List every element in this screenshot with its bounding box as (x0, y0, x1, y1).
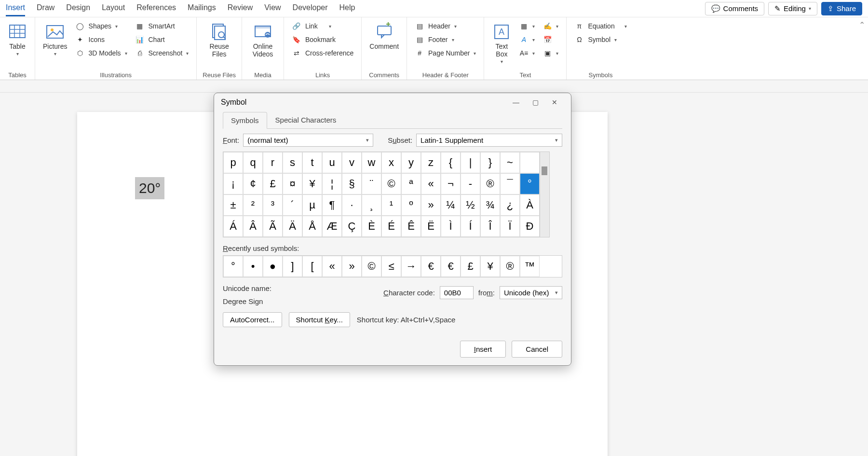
symbol-cell[interactable]: u (322, 152, 342, 173)
symbol-cell[interactable]: © (381, 173, 401, 194)
header-button[interactable]: ▤Header▾ (413, 20, 478, 32)
tab-mailings[interactable]: Mailings (188, 0, 216, 16)
equation-button[interactable]: πEquation ▾ (572, 20, 628, 32)
cancel-button[interactable]: Cancel (512, 341, 562, 358)
tab-review[interactable]: Review (228, 0, 253, 16)
object-button[interactable]: ▣▾ (541, 47, 560, 59)
symbol-button[interactable]: ΩSymbol▾ (572, 34, 628, 45)
symbol-cell[interactable]: · (342, 194, 362, 216)
table-button[interactable]: Table ▾ (6, 20, 29, 58)
comment-button[interactable]: Comment (367, 20, 401, 52)
recent-symbol-cell[interactable]: € (421, 256, 441, 277)
ruler[interactable] (0, 80, 868, 93)
symbol-cell[interactable]: º (401, 194, 421, 216)
link-button[interactable]: 🔗Link ▾ (290, 20, 355, 32)
editing-button[interactable]: ✎ Editing ▾ (768, 2, 817, 15)
sigline-button[interactable]: ✍▾ (541, 20, 560, 32)
symbol-cell[interactable]: s (283, 152, 302, 173)
symbol-cell[interactable]: ² (243, 194, 263, 216)
recent-symbol-cell[interactable]: [ (302, 256, 322, 277)
symbol-cell[interactable]: ¹ (381, 194, 401, 216)
insert-button[interactable]: Insert (460, 341, 506, 358)
recent-symbol-cell[interactable]: © (362, 256, 381, 277)
tab-references[interactable]: References (136, 0, 176, 16)
crossref-button[interactable]: ⇄Cross-reference (290, 47, 355, 59)
symbol-cell[interactable]: ± (223, 194, 243, 216)
symbol-cell[interactable]: µ (302, 194, 322, 216)
symbol-cell[interactable]: w (362, 152, 381, 173)
symbol-cell[interactable]: Â (243, 216, 263, 237)
pictures-button[interactable]: Pictures ▾ (41, 20, 69, 58)
pagenum-button[interactable]: #Page Number▾ (413, 47, 478, 59)
close-button[interactable]: ✕ (545, 98, 564, 106)
symbol-cell[interactable]: È (362, 216, 381, 237)
symbol-cell[interactable]: ¶ (322, 194, 342, 216)
recent-symbol-cell[interactable]: € (441, 256, 461, 277)
dialog-titlebar[interactable]: Symbol — ▢ ✕ (214, 93, 571, 111)
online-videos-button[interactable]: Online Videos (248, 20, 278, 60)
symbol-cell[interactable]: ª (401, 173, 421, 194)
symbol-cell[interactable]: ´ (283, 194, 302, 216)
symbol-cell[interactable]: ¯ (500, 173, 520, 194)
symbol-cell[interactable]: ° (520, 173, 540, 194)
symbol-cell[interactable]: ½ (461, 194, 480, 216)
grid-scrollbar[interactable] (540, 152, 550, 237)
ribbon-collapse-button[interactable]: ⌃ (856, 17, 868, 80)
recent-symbol-cell[interactable]: ≤ (381, 256, 401, 277)
symbol-cell[interactable]: § (342, 173, 362, 194)
subset-select[interactable]: Latin-1 Supplement ▾ (416, 134, 562, 147)
tab-draw[interactable]: Draw (37, 0, 54, 16)
symbol-cell[interactable]: q (243, 152, 263, 173)
recent-symbol-cell[interactable]: « (322, 256, 342, 277)
symbol-cell[interactable]: ¿ (500, 194, 520, 216)
footer-button[interactable]: ▤Footer▾ (413, 34, 478, 45)
recent-symbol-cell[interactable]: → (401, 256, 421, 277)
recent-symbol-cell[interactable]: » (342, 256, 362, 277)
reuse-files-button[interactable]: Reuse Files (205, 20, 233, 60)
dropcap-button[interactable]: A≡▾ (517, 47, 537, 59)
symbol-cell[interactable]: ¥ (302, 173, 322, 194)
symbol-cell[interactable]: Ä (283, 216, 302, 237)
shortcutkey-button[interactable]: Shortcut Key... (289, 312, 350, 327)
document-selection[interactable]: 20° (135, 177, 164, 199)
symbol-cell[interactable]: x (381, 152, 401, 173)
symbol-cell[interactable]: ¡ (223, 173, 243, 194)
symbol-cell[interactable]: } (480, 152, 500, 173)
tab-symbols[interactable]: Symbols (223, 112, 267, 129)
recent-symbol-cell[interactable]: ] (283, 256, 302, 277)
symbol-cell[interactable]: Í (461, 216, 480, 237)
recent-symbol-cell[interactable]: ¥ (480, 256, 500, 277)
tab-special-characters[interactable]: Special Characters (267, 111, 345, 128)
symbol-cell[interactable]: Ê (401, 216, 421, 237)
symbol-cell[interactable]: Ë (421, 216, 441, 237)
symbol-cell[interactable]: y (401, 152, 421, 173)
comments-button[interactable]: 💬 Comments (705, 2, 765, 15)
symbol-cell[interactable]: ¢ (243, 173, 263, 194)
minimize-button[interactable]: — (506, 98, 526, 106)
symbol-cell[interactable]: z (421, 152, 441, 173)
textbox-button[interactable]: A Text Box ▾ (490, 20, 513, 66)
tab-design[interactable]: Design (66, 0, 90, 16)
icons-button[interactable]: ✦Icons (73, 34, 129, 45)
symbol-cell[interactable]: ¨ (362, 173, 381, 194)
autocorrect-button[interactable]: AutoCorrect... (223, 312, 282, 327)
symbol-cell[interactable]: ® (480, 173, 500, 194)
symbol-cell[interactable]: | (461, 152, 480, 173)
symbol-cell[interactable]: ¦ (322, 173, 342, 194)
font-select[interactable]: (normal text) ▾ (243, 134, 373, 147)
tab-layout[interactable]: Layout (102, 0, 125, 16)
shapes-button[interactable]: ◯Shapes▾ (73, 20, 129, 32)
smartart-button[interactable]: ▦SmartArt (133, 20, 191, 32)
symbol-cell[interactable]: ¸ (362, 194, 381, 216)
symbol-cell[interactable]: Á (223, 216, 243, 237)
symbol-cell[interactable]: Æ (322, 216, 342, 237)
symbol-cell[interactable]: ¼ (441, 194, 461, 216)
3dmodels-button[interactable]: ⬡3D Models▾ (73, 47, 129, 59)
symbol-cell[interactable]: » (421, 194, 441, 216)
symbol-cell[interactable]: Å (302, 216, 322, 237)
recent-symbol-cell[interactable]: • (243, 256, 263, 277)
wordart-button[interactable]: A▾ (517, 34, 537, 45)
symbol-cell[interactable]: ¬ (441, 173, 461, 194)
symbol-cell[interactable]: { (441, 152, 461, 173)
symbol-cell[interactable]: p (223, 152, 243, 173)
